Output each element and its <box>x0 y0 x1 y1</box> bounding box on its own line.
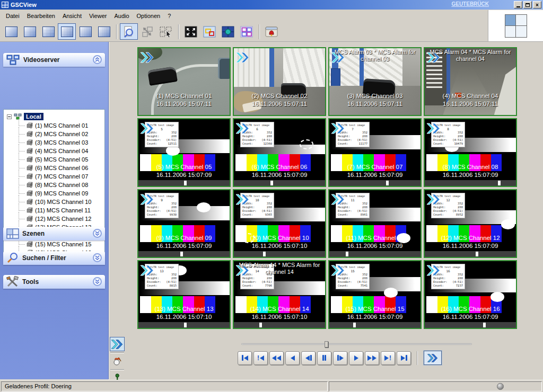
info-value: (4:51) <box>261 138 272 142</box>
channel-label: (12) MCS Channel 12 <box>35 216 91 222</box>
menu-item[interactable]: Optionen <box>133 12 164 20</box>
layout-preview-panel[interactable] <box>488 10 543 42</box>
transport-go-to-start-button[interactable] <box>238 351 252 365</box>
transport-play-backward-button[interactable] <box>285 351 300 365</box>
video-cell-2[interactable]: (2) MCS Channel 0216.11.2006 15:07:11 <box>233 47 326 116</box>
transport-step-backward-button[interactable] <box>301 351 316 365</box>
grid-layout-icon <box>80 26 92 37</box>
close-button[interactable]: × <box>533 1 541 8</box>
layout-4x4-button[interactable] <box>58 23 76 40</box>
channel-label: (5) MCS Channel 05 <box>35 156 88 163</box>
videoserver-panel-header[interactable]: Videoserver <box>3 53 105 67</box>
timeline-slider[interactable] <box>241 341 472 348</box>
menu-item[interactable]: Bearbeiten <box>23 12 59 20</box>
transport-go-to-end-button[interactable] <box>397 351 411 365</box>
flame-button[interactable] <box>110 354 125 368</box>
transport-pause-button[interactable] <box>317 351 331 365</box>
szenen-panel-header[interactable]: Szenen <box>3 227 105 240</box>
fullscreen-button[interactable] <box>182 23 200 40</box>
live-chevrons-icon <box>426 265 441 276</box>
tools-panel-header[interactable]: Tools <box>3 275 105 289</box>
brand-link[interactable]: GEUTEBRÜCK <box>451 1 489 7</box>
menu-item[interactable]: Ansicht <box>59 12 85 20</box>
info-value: 352 <box>362 131 367 135</box>
video-cell-3[interactable]: MCS Alarm 03 * MCS Alarm for channel 03(… <box>328 47 422 116</box>
layout-2x2-button[interactable] <box>21 23 39 40</box>
video-cell-6[interactable]: GeViTR test image6Width:352Height:288Enc… <box>233 118 326 187</box>
scenes-grid-icon <box>6 228 19 239</box>
stack-separator <box>110 369 124 370</box>
cell-labels: (13) MCS Channel 1316.11.2006 15:07:10 <box>138 305 230 321</box>
video-cell-12[interactable]: GeViTR test image12Width:352Height:288En… <box>424 189 517 258</box>
live-mode-button[interactable] <box>110 337 125 351</box>
minimize-button[interactable] <box>514 1 522 8</box>
stack-separator <box>110 352 124 353</box>
menu-item[interactable]: Viewer <box>85 12 110 20</box>
video-cell-8[interactable]: GeViTR test image8Width:352Height:288Enc… <box>424 118 517 187</box>
quad-view-button[interactable] <box>238 23 256 40</box>
info-value: 7706 <box>265 284 272 288</box>
menu-item[interactable]: Datei <box>2 12 23 20</box>
seek-tick <box>184 323 187 327</box>
tree-root-label[interactable]: Local <box>24 113 43 120</box>
transport-next-alarm-button[interactable]: ! <box>381 351 395 365</box>
suchen-panel-header[interactable]: Suchen / Filter <box>3 251 105 265</box>
info-height: Height:288 <box>433 135 463 138</box>
cell-labels: (5) MCS Channel 0516.11.2006 15:07:09 <box>138 163 230 179</box>
cell-timestamp: 16.11.2006 15:07:09 <box>329 242 421 250</box>
status-profile: Geladenes Profil: Doering <box>1 381 328 391</box>
camera-icon <box>26 131 33 137</box>
transport-step-forward-button[interactable] <box>333 351 347 365</box>
rt-glyph <box>339 355 344 361</box>
select-layout-button[interactable] <box>157 23 175 40</box>
swap-layout-button[interactable] <box>138 23 156 40</box>
video-cell-15[interactable]: GeViTR test image15Width:352Height:288En… <box>328 260 422 329</box>
slider-groove[interactable] <box>241 343 472 345</box>
lt-glyph <box>277 355 281 361</box>
expand-suchen-button[interactable] <box>93 253 102 262</box>
video-cell-10[interactable]: GeViTR test image10Width:352Height:288En… <box>233 189 326 258</box>
video-cell-7[interactable]: GeViTR test image7Width:352Height:288Enc… <box>328 118 422 187</box>
video-cell-16[interactable]: GeViTR test image16Width:352Height:288En… <box>424 260 517 329</box>
video-cell-13[interactable]: GeViTR test image13Width:352Height:288En… <box>137 260 231 329</box>
overlay-button[interactable] <box>200 23 218 40</box>
transport-previous-alarm-button[interactable]: ! <box>253 351 268 365</box>
info-encoder: Encoder:(4:51) <box>433 209 463 213</box>
titlebar: GSCView GEUTEBRÜCK × <box>0 0 543 10</box>
video-cell-14[interactable]: GeViTR test image14Width:352Height:288En… <box>233 260 326 329</box>
info-value: 288 <box>458 277 463 280</box>
info-value: (4:51) <box>357 209 367 213</box>
transport-play-button[interactable] <box>349 351 363 365</box>
info-label: Encoder: <box>147 280 161 284</box>
menu-item[interactable]: Audio <box>110 12 133 20</box>
video-cell-1[interactable]: (1) MCS Channel 0116.11.2006 15:07:11 <box>137 47 231 116</box>
preview-search-button[interactable] <box>120 23 138 40</box>
layout-5x5-button[interactable] <box>76 23 94 40</box>
expand-tools-button[interactable] <box>93 277 102 286</box>
info-count: Count:8952 <box>433 213 463 217</box>
video-cell-4[interactable]: MCS Alarm 04 * MCS Alarm for channel 04(… <box>424 47 517 116</box>
cell-title: (6) MCS Channel 06 <box>234 163 325 171</box>
target-button[interactable] <box>219 23 237 40</box>
cell-title: (15) MCS Channel 15 <box>329 305 421 313</box>
collapse-videoserver-button[interactable] <box>93 55 102 64</box>
video-cell-5[interactable]: GeViTR test image5Width:352Height:288Enc… <box>137 118 231 187</box>
slider-thumb[interactable] <box>325 341 328 348</box>
transport-fast-forward-button[interactable] <box>365 351 379 365</box>
info-label: Count: <box>242 213 253 217</box>
expand-szenen-button[interactable] <box>93 229 102 238</box>
maximize-button[interactable] <box>523 1 532 8</box>
alarm-window-button[interactable] <box>262 23 281 40</box>
transport-fast-rewind-button[interactable] <box>269 351 284 365</box>
video-cell-9[interactable]: GeViTR test image9Width:352Height:288Enc… <box>137 189 231 258</box>
layout-6x6-button[interactable] <box>95 23 113 40</box>
seek-strip <box>138 322 230 328</box>
layout-3x3-button[interactable] <box>39 23 57 40</box>
video-cell-11[interactable]: GeViTR test image11Width:352Height:288En… <box>328 189 422 258</box>
menu-item[interactable]: ? <box>164 12 174 20</box>
tools-title: Tools <box>22 278 39 286</box>
tree-expander[interactable] <box>7 114 12 119</box>
layout-1x1-button[interactable] <box>2 23 20 40</box>
camera-icon <box>26 156 33 163</box>
live-button[interactable] <box>424 351 442 365</box>
